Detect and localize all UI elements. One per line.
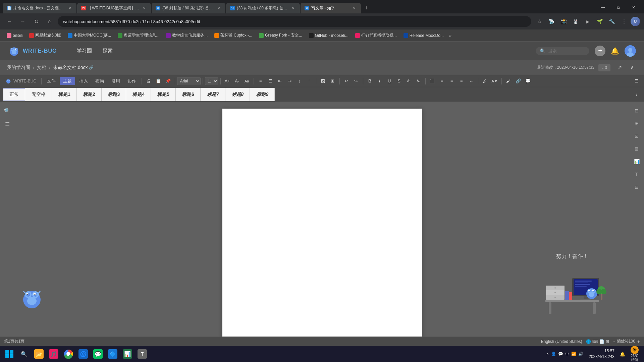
screenshot-icon[interactable]: 📸 (558, 16, 569, 27)
style-more-arrow[interactable]: › (632, 88, 641, 101)
tab-2[interactable]: W 【WRITE-BUG数字空间】正式... ✕ (77, 3, 151, 13)
bookmark-live[interactable]: 打钉群直播提取视... (353, 31, 399, 40)
style-h5[interactable]: 标题5 (151, 88, 176, 101)
copy-button[interactable]: 📋 (154, 76, 163, 86)
taskbar-excel[interactable]: 📊 (121, 347, 134, 361)
document-page[interactable] (222, 109, 422, 337)
line-spacing[interactable]: ↕ (295, 76, 304, 86)
address-input[interactable] (58, 16, 531, 27)
paragraph-spacing[interactable]: ⋮ (305, 76, 314, 86)
create-button[interactable]: + (595, 46, 605, 56)
bookmark-greasyfork[interactable]: Greasy Fork - 安全... (256, 31, 305, 40)
top-search-input[interactable] (548, 48, 585, 53)
strikethrough-button[interactable]: S (394, 76, 404, 86)
font-size-down[interactable]: A- (232, 76, 242, 86)
search-sidebar-icon[interactable]: 🔍 (3, 106, 12, 115)
indent[interactable]: ⇥ (285, 76, 294, 86)
bookmark-email[interactable]: 网易邮箱6.0版 (26, 31, 64, 40)
text-direction[interactable]: ↔ (467, 76, 476, 86)
notification-bell[interactable]: 🔔 (611, 47, 619, 55)
start-button[interactable] (3, 347, 16, 361)
unordered-list[interactable]: ≡ (256, 76, 265, 86)
style-h4[interactable]: 标题4 (126, 88, 151, 101)
table-button[interactable]: ⊞ (328, 76, 337, 86)
rs-icon-4[interactable]: ⊠ (632, 144, 641, 154)
app-logo[interactable]: WRITE-BUG (8, 45, 57, 57)
tab-3[interactable]: 知 (38 封私信 / 80 条消息) 首页 - ✕ (152, 3, 225, 13)
style-h3[interactable]: 标题3 (102, 88, 126, 101)
paste-button[interactable]: 📌 (163, 76, 173, 86)
minimize-button[interactable]: — (595, 3, 610, 12)
ordered-list[interactable]: ☰ (266, 76, 275, 86)
style-h8[interactable]: 标题8 (225, 88, 250, 101)
nav-tansuo[interactable]: 探索 (103, 48, 113, 54)
style-nospace[interactable]: 无空格 (25, 88, 52, 101)
breadcrumb-docs[interactable]: 文档 (37, 65, 46, 71)
bookmark-star-icon[interactable]: ☆ (534, 16, 545, 27)
style-h2[interactable]: 标题2 (77, 88, 102, 101)
reload-button[interactable]: ↻ (31, 16, 42, 27)
font-family-select[interactable]: Arial (177, 77, 201, 85)
superscript-button[interactable]: A² (404, 76, 414, 86)
menu-insert[interactable]: 插入 (76, 77, 91, 85)
link-button[interactable]: 🔗 (514, 76, 523, 86)
subscript-button[interactable]: A₂ (414, 76, 423, 86)
top-search-box[interactable]: 🔍 (536, 47, 589, 55)
new-tab-button[interactable]: + (362, 3, 371, 13)
share-button[interactable]: ↗ (614, 63, 625, 73)
outdent[interactable]: ⇤ (275, 76, 285, 86)
taskbar-search-button[interactable]: 🔍 (17, 347, 31, 361)
menu-collab[interactable]: 协作 (124, 77, 140, 85)
rs-icon-7[interactable]: ⊟ (632, 182, 641, 192)
notification-button[interactable]: 🔔 (620, 352, 625, 357)
back-button[interactable]: ← (4, 16, 15, 27)
bookmarks-more[interactable]: » (449, 33, 452, 38)
print-button[interactable]: 🖨 (144, 76, 153, 86)
rs-icon-5[interactable]: 📊 (632, 157, 641, 166)
bookmark-github[interactable]: GitHub - mooselr... (306, 32, 351, 39)
style-normal[interactable]: 正常 (3, 88, 25, 101)
outline-sidebar-icon[interactable]: ☰ (3, 119, 12, 129)
highlight-color[interactable]: 🖊 (480, 76, 490, 86)
extension-icon-3[interactable]: 🌱 (594, 16, 605, 27)
bookmark-mooc[interactable]: 中国大学MOOC(慕... (65, 31, 114, 40)
nav-xuexiquan[interactable]: 学习圈 (77, 48, 92, 54)
save-button[interactable]: ↓ 0 (598, 64, 610, 71)
cast-icon[interactable]: 📡 (546, 16, 557, 27)
tab-1-close[interactable]: ✕ (67, 5, 72, 11)
extensions-button[interactable]: 🔧 (606, 16, 617, 27)
tab-2-close[interactable]: ✕ (142, 5, 147, 11)
bookmark-bilibili[interactable]: bilibili (4, 32, 25, 39)
bookmark-edu[interactable]: 教学综合信息服务... (163, 31, 210, 40)
system-clock[interactable]: 15:57 2023/4/18:243 (586, 348, 617, 360)
toolbar-menu-icon[interactable]: ☰ (632, 76, 641, 86)
align-center[interactable]: ≡ (437, 76, 447, 86)
taskbar-chrome[interactable] (62, 347, 75, 361)
tab-4[interactable]: 知 (38 封私信 / 80 条消息) 创作中... ✕ (226, 3, 300, 13)
style-h6[interactable]: 标题6 (176, 88, 201, 101)
undo-button[interactable]: ↩ (342, 76, 351, 86)
bold-button[interactable]: B (365, 76, 375, 86)
tray-up-arrow[interactable]: ∧ (546, 352, 549, 356)
forward-button[interactable]: → (17, 16, 28, 27)
extension-icon-1[interactable]: 🐰 (570, 16, 581, 27)
user-avatar[interactable] (625, 45, 636, 57)
close-button[interactable]: ✕ (626, 3, 641, 12)
home-button[interactable]: ⌂ (44, 16, 55, 27)
profile-icon[interactable]: U (631, 17, 640, 26)
weather-widget[interactable]: ☀ 26°C 晴朗 (631, 346, 639, 362)
taskbar-app1[interactable]: 🌀 (76, 347, 90, 361)
image-button[interactable]: 🖼 (318, 76, 328, 86)
menu-file[interactable]: 文件 (44, 77, 59, 85)
tab-3-close[interactable]: ✕ (216, 5, 221, 11)
format-brush[interactable]: 🖌 (504, 76, 513, 86)
style-h1[interactable]: 标题1 (52, 88, 77, 101)
collapse-button[interactable]: ∧ (627, 63, 637, 73)
extension-icon-2[interactable]: ▶ (582, 16, 593, 27)
font-size-select[interactable]: 11 (205, 77, 218, 85)
taskbar-music[interactable]: 🎵 (47, 347, 60, 361)
document-canvas-wrap[interactable]: 努力！奋斗！ (15, 102, 629, 337)
menu-main[interactable]: 主题 (60, 77, 75, 85)
underline-button[interactable]: U (385, 76, 394, 86)
breadcrumb-home[interactable]: 我的学习圈 (7, 65, 30, 71)
